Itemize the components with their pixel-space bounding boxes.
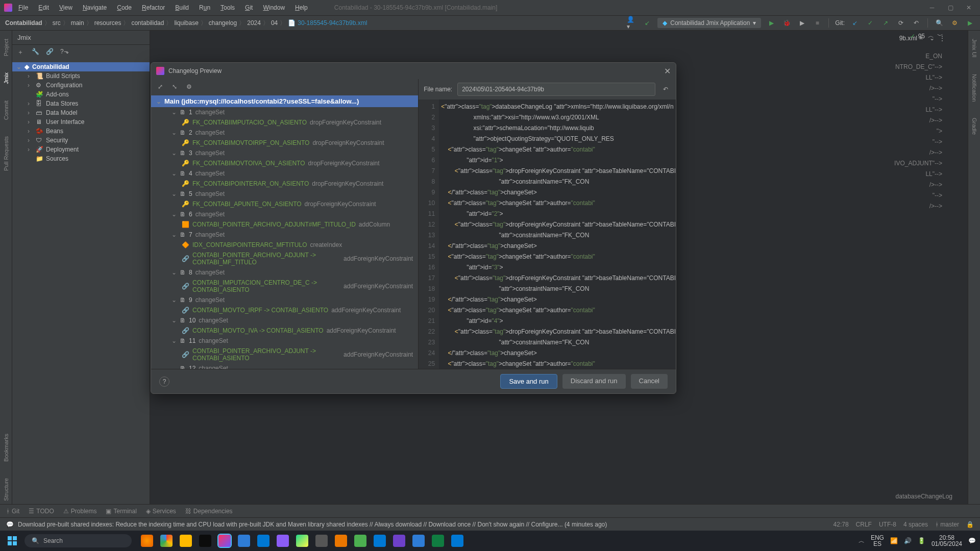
crumb[interactable]: contabilidad <box>131 19 164 27</box>
crumb-file[interactable]: 30-185545-94c37b9b.xml <box>298 19 367 27</box>
wifi-icon[interactable]: 📶 <box>890 537 898 544</box>
encoding[interactable]: UTF-8 <box>879 521 896 528</box>
tree-node[interactable]: ›🗄Data Stores <box>12 99 150 108</box>
add-icon[interactable]: ＋ <box>17 48 27 57</box>
minimize-icon[interactable]: ─ <box>925 3 939 13</box>
tree-root[interactable]: ⌄ ◆ Contabilidad <box>12 62 150 71</box>
menu-help[interactable]: Help <box>291 2 312 13</box>
vscode-icon[interactable] <box>374 535 386 547</box>
debug-icon[interactable]: 🐞 <box>781 18 792 28</box>
crumb[interactable]: main <box>71 19 84 27</box>
menu-refactor[interactable]: Refactor <box>138 2 169 13</box>
line-ending[interactable]: CRLF <box>856 521 872 528</box>
github-icon[interactable] <box>393 535 405 547</box>
menu-edit[interactable]: Edit <box>34 2 53 13</box>
collapse-icon[interactable]: ⤡ <box>169 82 180 92</box>
start-button[interactable] <box>4 533 20 549</box>
build-icon[interactable]: ↙ <box>642 18 652 28</box>
changeset-node[interactable]: ⌄🗎 3 changeSet <box>151 148 418 158</box>
tree-node[interactable]: ›🛡Security <box>12 136 150 145</box>
indent[interactable]: 4 spaces <box>903 521 928 528</box>
menu-file[interactable]: File <box>14 2 32 13</box>
help-icon[interactable]: ?⬎ <box>60 48 69 57</box>
rollback-icon[interactable]: ↶ <box>911 18 921 28</box>
update-icon[interactable]: ↙ <box>850 18 860 28</box>
history-icon[interactable]: ⟳ <box>896 18 906 28</box>
gear-icon[interactable]: ⚙ <box>184 82 194 92</box>
changeset-node[interactable]: ⌄🗎 6 changeSet <box>151 209 418 219</box>
menu-code[interactable]: Code <box>113 2 136 13</box>
gutter-structure[interactable]: Structure <box>3 475 9 504</box>
terminal-icon[interactable] <box>199 535 211 547</box>
tree-node[interactable]: 🧩Add-ons <box>12 90 150 99</box>
app-icon[interactable] <box>412 535 425 547</box>
gutter-notification[interactable]: Notification <box>971 71 977 105</box>
changeset-child[interactable]: 🔑 FK_CONTABI_APUNTE_ON_ASIENTO dropForei… <box>151 199 418 209</box>
tree-node[interactable]: ›⚙Configuration <box>12 81 150 90</box>
xml-preview[interactable]: 1234567891011121314151617181920212223242… <box>419 99 676 369</box>
changeset-child[interactable]: 🔶 IDX_CONTABIPOINTERARC_MFTITULO createI… <box>151 240 418 250</box>
changeset-tree[interactable]: ⌄Main (jdbc:mysql://localhost/contabi2?u… <box>151 94 418 369</box>
crumb[interactable]: liquibase <box>174 19 198 27</box>
run-configuration-selector[interactable]: ◆ Contabilidad Jmix Application ▾ <box>657 18 761 28</box>
help-icon[interactable]: ? <box>159 377 169 387</box>
changeset-child[interactable]: 🔗 CONTABI_POINTER_ARCHIVO_ADJUNT -> CONT… <box>151 250 418 267</box>
changeset-node[interactable]: ⌄🗎 12 changeSet <box>151 363 418 369</box>
wrench-icon[interactable]: 🔧 <box>32 48 41 57</box>
changeset-child[interactable]: 🔑 FK_CONTABIMOVTOIVA_ON_ASIENTO dropFore… <box>151 158 418 168</box>
gutter-project[interactable]: Project <box>3 36 9 59</box>
changeset-node[interactable]: ⌄🗎 1 changeSet <box>151 107 418 117</box>
app-icon[interactable] <box>257 535 270 547</box>
tab-todo[interactable]: ☰TODO <box>29 508 54 515</box>
nav-path[interactable]: databaseChangeLog <box>896 493 952 500</box>
menu-window[interactable]: Window <box>259 2 289 13</box>
expand-icon[interactable]: ⤢ <box>155 82 165 92</box>
tab-services[interactable]: ◈Services <box>146 508 176 515</box>
menu-git[interactable]: Git <box>241 2 257 13</box>
notification-icon[interactable]: 💬 <box>968 537 976 544</box>
app-icon[interactable] <box>354 535 366 547</box>
menu-tools[interactable]: Tools <box>216 2 239 13</box>
changeset-child[interactable]: 🔗 CONTABI_IMPUTACION_CENTRO_DE_C -> CONT… <box>151 278 418 295</box>
changeset-node[interactable]: ⌄🗎 2 changeSet <box>151 128 418 138</box>
tab-git[interactable]: ᚼGit <box>6 508 19 515</box>
changeset-child[interactable]: 🔑 FK_CONTABIPOINTERAR_ON_ASIENTO dropFor… <box>151 179 418 189</box>
blender-icon[interactable] <box>335 535 347 547</box>
volume-icon[interactable]: 🔊 <box>904 537 912 544</box>
tab-terminal[interactable]: ▣Terminal <box>106 508 136 515</box>
changeset-node[interactable]: ⌄🗎 5 changeSet <box>151 189 418 199</box>
changeset-node[interactable]: ⌄🗎 10 changeSet <box>151 315 418 325</box>
calculator-icon[interactable] <box>451 535 463 547</box>
crumb[interactable]: resources <box>94 19 121 27</box>
app-icon[interactable] <box>238 535 250 547</box>
changeset-child[interactable]: 🔗 CONTABI_MOVTO_IRPF -> CONTABI_ASIENTO … <box>151 305 418 315</box>
lock-icon[interactable]: 🔒 <box>966 521 974 528</box>
changeset-node[interactable]: ⌄🗎 8 changeSet <box>151 267 418 278</box>
ide-settings-icon[interactable]: ⚙ <box>949 18 960 28</box>
chevron-down-icon[interactable]: ﹀ <box>937 32 943 40</box>
changeset-node[interactable]: ⌄🗎 4 changeSet <box>151 168 418 179</box>
gutter-gradle[interactable]: Gradle <box>971 115 977 138</box>
tree-node[interactable]: ›📜Build Scripts <box>12 71 150 81</box>
battery-icon[interactable]: 🔋 <box>918 537 925 544</box>
commit-icon[interactable]: ✓ <box>865 18 875 28</box>
intellij-icon[interactable] <box>218 535 231 547</box>
app-icon[interactable] <box>315 535 328 547</box>
tree-node[interactable]: ›🫘Beans <box>12 127 150 136</box>
tray-chevron-icon[interactable]: ︿ <box>859 537 865 545</box>
cursor-position[interactable]: 42:78 <box>834 521 849 528</box>
taskbar-search[interactable]: 🔍Search <box>24 534 132 547</box>
tab-dependencies[interactable]: ⛓Dependencies <box>185 508 233 515</box>
crumb[interactable]: changelog <box>209 19 237 27</box>
tree-node[interactable]: ›🗃Data Model <box>12 108 150 117</box>
message-icon[interactable]: 💬 <box>6 521 14 528</box>
gutter-jmix-ui[interactable]: Jmix UI <box>971 36 977 61</box>
gutter-commit[interactable]: Commit <box>3 97 9 123</box>
gutter-pull-requests[interactable]: Pull Requests <box>3 133 9 174</box>
crumb-project[interactable]: Contabilidad <box>5 19 42 27</box>
gutter-jmix[interactable]: Jmix <box>3 69 9 87</box>
status-message[interactable]: Download pre-built shared indexes: Reduc… <box>18 521 607 528</box>
menu-run[interactable]: Run <box>195 2 214 13</box>
tree-node[interactable]: ›🚀Deployment <box>12 145 150 154</box>
pycharm-icon[interactable] <box>296 535 308 547</box>
